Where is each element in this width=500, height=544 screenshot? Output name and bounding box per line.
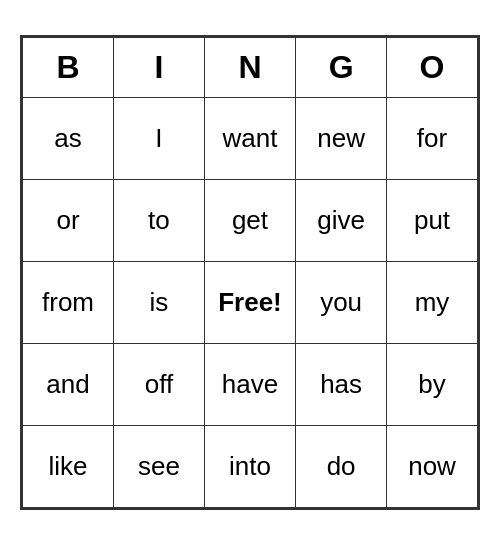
- cell-r2-c1: is: [114, 261, 205, 343]
- cell-r0-c1: I: [114, 97, 205, 179]
- cell-r0-c3: new: [296, 97, 387, 179]
- header-cell-o: O: [387, 37, 478, 97]
- header-cell-i: I: [114, 37, 205, 97]
- bingo-card: BINGO asIwantnewforortogetgiveputfromisF…: [20, 35, 480, 510]
- cell-r0-c0: as: [23, 97, 114, 179]
- table-row: fromisFree!youmy: [23, 261, 478, 343]
- table-row: likeseeintodonow: [23, 425, 478, 507]
- cell-r3-c1: off: [114, 343, 205, 425]
- table-row: ortogetgiveput: [23, 179, 478, 261]
- cell-r1-c2: get: [204, 179, 295, 261]
- cell-r0-c4: for: [387, 97, 478, 179]
- header-row: BINGO: [23, 37, 478, 97]
- cell-r1-c4: put: [387, 179, 478, 261]
- table-row: asIwantnewfor: [23, 97, 478, 179]
- cell-r4-c0: like: [23, 425, 114, 507]
- cell-r1-c3: give: [296, 179, 387, 261]
- cell-r4-c4: now: [387, 425, 478, 507]
- cell-r4-c3: do: [296, 425, 387, 507]
- cell-r1-c1: to: [114, 179, 205, 261]
- table-row: andoffhavehasby: [23, 343, 478, 425]
- cell-r4-c1: see: [114, 425, 205, 507]
- cell-r2-c4: my: [387, 261, 478, 343]
- cell-r2-c0: from: [23, 261, 114, 343]
- cell-r2-c3: you: [296, 261, 387, 343]
- header-cell-n: N: [204, 37, 295, 97]
- cell-r1-c0: or: [23, 179, 114, 261]
- cell-r3-c2: have: [204, 343, 295, 425]
- header-cell-b: B: [23, 37, 114, 97]
- cell-r3-c0: and: [23, 343, 114, 425]
- cell-r2-c2: Free!: [204, 261, 295, 343]
- cell-r0-c2: want: [204, 97, 295, 179]
- header-cell-g: G: [296, 37, 387, 97]
- cell-r3-c4: by: [387, 343, 478, 425]
- cell-r4-c2: into: [204, 425, 295, 507]
- cell-r3-c3: has: [296, 343, 387, 425]
